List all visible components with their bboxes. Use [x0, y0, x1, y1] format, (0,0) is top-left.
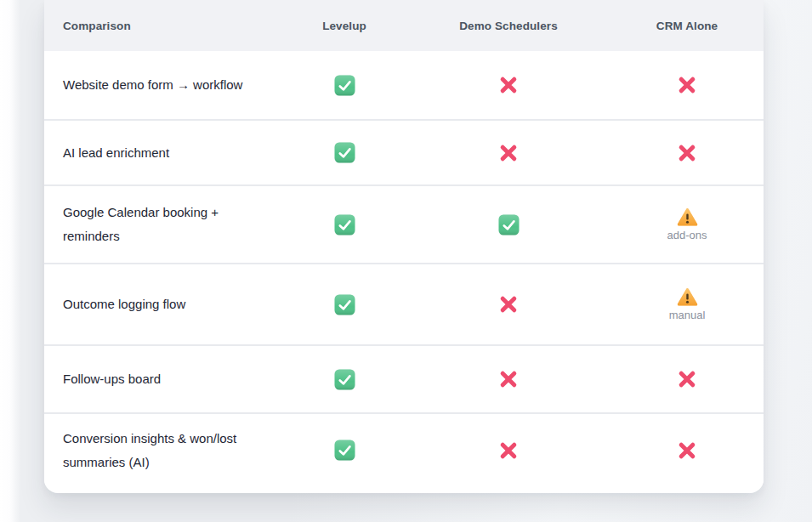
mark-label: add-ons: [667, 229, 707, 241]
crm-alone-cell: add-ons: [610, 186, 764, 263]
table-row: Website demo form → workflow: [44, 51, 764, 119]
feature-name: Outcome logging flow: [44, 264, 282, 344]
cross-icon: [675, 73, 699, 97]
cross-icon: [497, 367, 520, 391]
left-edge-highlight: [0, 0, 20, 522]
mark-label: manual: [669, 309, 706, 321]
table-body: Website demo form → workflow AI lead enr…: [44, 51, 764, 486]
feature-name: Website demo form → workflow: [44, 51, 282, 119]
levelup-cell: [282, 121, 406, 184]
levelup-cell: [282, 51, 406, 119]
table-row: Follow-ups board: [44, 344, 764, 412]
cross-icon: [675, 439, 699, 462]
table-row: Conversion insights & won/lost summaries…: [44, 412, 764, 486]
table-header-row: Comparison Levelup Demo Schedulers CRM A…: [44, 0, 764, 51]
crm-alone-cell: [610, 121, 764, 184]
feature-name: Conversion insights & won/lost summaries…: [44, 414, 282, 486]
demo-schedulers-cell: [406, 264, 610, 344]
cross-icon: [497, 141, 520, 165]
levelup-cell: [282, 264, 406, 344]
comparison-table-card: Comparison Levelup Demo Schedulers CRM A…: [44, 0, 764, 493]
table-row: Outcome logging flow manual: [44, 263, 764, 344]
levelup-cell: [282, 186, 406, 263]
cross-icon: [675, 367, 699, 391]
check-icon: [334, 142, 355, 163]
check-icon: [334, 294, 355, 315]
cross-icon: [675, 141, 699, 165]
demo-schedulers-cell: [406, 186, 610, 263]
crm-alone-cell: [610, 346, 764, 412]
table-row: Google Calendar booking + reminders add-…: [44, 184, 764, 263]
table-row: AI lead enrichment: [44, 119, 764, 184]
demo-schedulers-cell: [406, 121, 610, 184]
page-background: Comparison Levelup Demo Schedulers CRM A…: [0, 0, 812, 522]
check-icon: [334, 75, 355, 96]
column-header-comparison: Comparison: [44, 20, 282, 32]
levelup-cell: [282, 414, 406, 486]
cross-icon: [497, 292, 520, 316]
warning-icon: [677, 207, 698, 227]
check-icon: [498, 214, 520, 235]
feature-name: Follow-ups board: [44, 346, 282, 412]
feature-name: AI lead enrichment: [44, 121, 282, 184]
warning-icon: [677, 287, 698, 307]
column-header-demo-schedulers: Demo Schedulers: [406, 20, 610, 32]
demo-schedulers-cell: [406, 346, 610, 412]
demo-schedulers-cell: [406, 51, 610, 119]
cross-icon: [497, 439, 520, 462]
check-icon: [334, 214, 355, 235]
check-icon: [334, 440, 355, 461]
crm-alone-cell: manual: [610, 264, 764, 344]
cross-icon: [497, 73, 520, 97]
levelup-cell: [282, 346, 406, 412]
demo-schedulers-cell: [406, 414, 610, 486]
column-header-levelup: Levelup: [282, 20, 406, 32]
crm-alone-cell: [610, 51, 764, 119]
crm-alone-cell: [610, 414, 764, 486]
feature-name: Google Calendar booking + reminders: [44, 186, 282, 263]
column-header-crm-alone: CRM Alone: [610, 20, 764, 32]
check-icon: [334, 369, 355, 390]
